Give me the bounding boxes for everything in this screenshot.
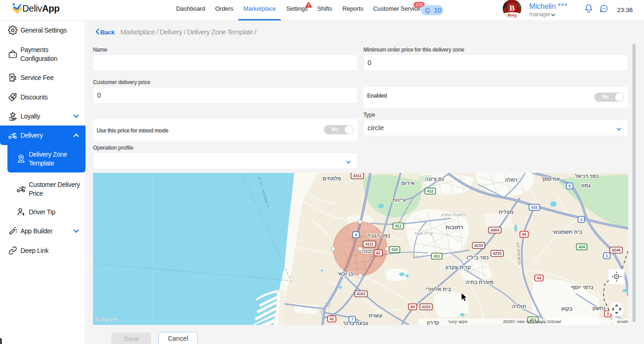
svg-text:עשרת: עשרת xyxy=(368,313,382,318)
svg-text:44: 44 xyxy=(522,232,526,237)
svg-text:אירוס: אירוס xyxy=(401,180,415,186)
svg-text:4103: 4103 xyxy=(422,304,431,309)
svg-text:410: 410 xyxy=(391,247,398,252)
svg-text:$: $ xyxy=(25,186,26,189)
svg-text:1: 1 xyxy=(580,217,583,222)
svg-text:3: 3 xyxy=(607,311,609,316)
svg-text:בית חשמונאי: בית חשמונאי xyxy=(552,229,583,235)
svg-text:כפר ביל"ו: כפר ביל"ו xyxy=(467,255,489,260)
svg-text:נס ציונה: נס ציונה xyxy=(425,176,444,182)
svg-text:411: 411 xyxy=(395,224,401,228)
svg-text:גמזו: גמזו xyxy=(581,183,591,188)
svg-text:4304: 4304 xyxy=(491,228,499,232)
svg-text:411: 411 xyxy=(434,254,440,258)
svg-text:מצליח: מצליח xyxy=(499,209,513,215)
svg-text:בקוע: בקוע xyxy=(561,306,572,311)
svg-text:40: 40 xyxy=(410,304,415,309)
svg-text:4102: 4102 xyxy=(357,291,366,296)
svg-text:42: 42 xyxy=(329,317,334,321)
svg-text:בן זכאי: בן זכאי xyxy=(337,271,353,277)
svg-text:7: 7 xyxy=(351,317,354,322)
svg-text:כפר הנגיד: כפר הנגיד xyxy=(367,233,390,238)
svg-text:נחשון: נחשון xyxy=(592,305,605,311)
svg-text:Google: Google xyxy=(95,316,118,323)
svg-text:1: 1 xyxy=(606,253,608,258)
svg-text:4111: 4111 xyxy=(365,242,374,246)
svg-text:431: 431 xyxy=(531,205,538,210)
svg-text:2025© נתוני מפה Mapa GISrael: 2025© נתוני מפה Mapa GISrael xyxy=(503,319,561,324)
svg-text:רמלה: רמלה xyxy=(505,177,517,183)
svg-text:4249: 4249 xyxy=(612,248,621,252)
svg-text:חולדה: חולדה xyxy=(512,304,526,309)
svg-text:424: 424 xyxy=(578,245,585,249)
svg-text:קרית משה: קרית משה xyxy=(414,231,433,236)
svg-text:4233: 4233 xyxy=(474,243,483,248)
svg-text:Burg: Burg xyxy=(508,13,517,17)
svg-text:מקשי קיצור: מקשי קיצור xyxy=(448,319,468,324)
svg-text:4233: 4233 xyxy=(493,251,502,256)
svg-text:B: B xyxy=(509,4,514,13)
svg-text:פלמחים: פלמחים xyxy=(322,176,341,181)
svg-text:תנאים: תנאים xyxy=(617,319,628,324)
svg-text:4: 4 xyxy=(355,232,357,237)
svg-text:יבנה: יבנה xyxy=(362,248,372,254)
svg-text:מזכרת בתיה: מזכרת בתיה xyxy=(466,279,493,285)
svg-text:כרמי יוסף: כרמי יוסף xyxy=(571,284,593,290)
svg-text:בית אלעזרי: בית אלעזרי xyxy=(425,286,451,292)
svg-text:6: 6 xyxy=(569,184,571,188)
svg-text:קרית עקרון: קרית עקרון xyxy=(446,265,471,270)
svg-text:42: 42 xyxy=(376,251,381,255)
svg-text:4311: 4311 xyxy=(353,173,362,178)
svg-text:עיינות: עיינות xyxy=(392,197,406,203)
svg-text:רחובות המדע: רחובות המדע xyxy=(441,212,465,217)
svg-text:412: 412 xyxy=(427,189,434,193)
svg-text:רחובות: רחובות xyxy=(446,224,464,231)
svg-text:קדרון: קדרון xyxy=(427,320,440,325)
svg-text:אחיסמך: אחיסמך xyxy=(541,176,560,182)
svg-text:44: 44 xyxy=(537,276,541,280)
svg-text:כפר דניאל: כפר דניאל xyxy=(575,173,599,179)
